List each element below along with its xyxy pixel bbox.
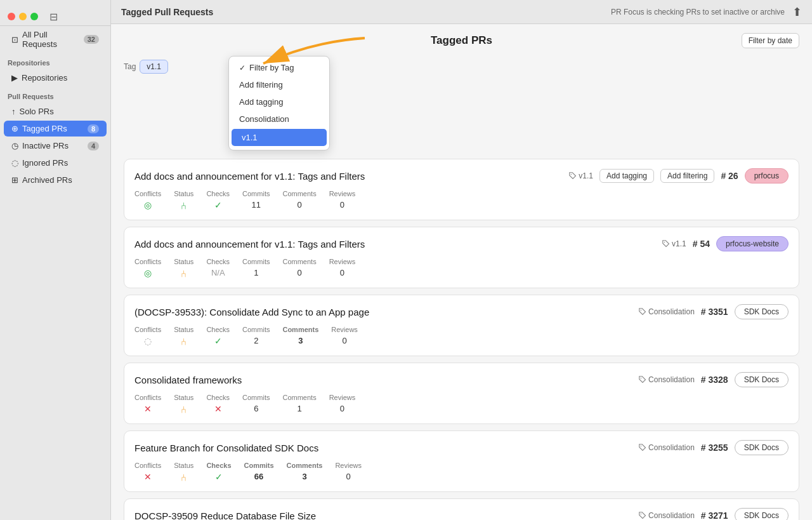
tagged-prs-badge: 8 xyxy=(88,124,99,133)
stat-conflicts-3: Conflicts ✕ xyxy=(134,394,161,414)
stat-commits-0: Commits 11 xyxy=(242,190,270,210)
commits-val-3: 6 xyxy=(254,404,258,413)
dropdown-item-consolidation[interactable]: Consolidation xyxy=(229,110,329,128)
archive-icon: ⊞ xyxy=(11,175,18,185)
pr-number-2: # 3351 xyxy=(701,307,728,317)
export-icon[interactable]: ⬆ xyxy=(792,5,802,19)
pr-meta-4: Consolidation # 3255 SDK Docs xyxy=(639,440,789,455)
checkmark-icon: ✓ xyxy=(239,63,246,72)
pr-card-5[interactable]: DOCSP-39509 Reduce Database File Size Co… xyxy=(124,498,799,520)
svg-point-1 xyxy=(571,174,572,175)
stat-conflicts-1: Conflicts ◎ xyxy=(134,258,161,278)
pr-card-header-3: Consolidated frameworks Consolidation # … xyxy=(134,372,789,387)
comments-val-3: 1 xyxy=(297,404,301,413)
tag-filter-button[interactable]: v1.1 xyxy=(140,60,168,74)
folder-icon: ▶ xyxy=(11,73,18,83)
repo-badge-3[interactable]: SDK Docs xyxy=(735,372,789,387)
pr-title-5: DOCSP-39509 Reduce Database File Size xyxy=(134,510,316,521)
pr-tag-2: Consolidation xyxy=(639,307,695,316)
sidebar-item-inactive-prs[interactable]: ◷ Inactive PRs 4 xyxy=(4,138,107,154)
status-icon-1: ⑃ xyxy=(181,268,187,279)
conflicts-icon-0: ◎ xyxy=(144,200,152,210)
tag-bar: Tag v1.1 xyxy=(124,55,799,76)
add-filtering-button-0[interactable]: Add filtering xyxy=(660,169,714,183)
pr-card-0[interactable]: Add docs and announcement for v1.1: Tags… xyxy=(124,159,799,220)
stat-conflicts-4: Conflicts ✕ xyxy=(134,462,161,482)
repositories-section-label: Repositories xyxy=(0,53,110,69)
repo-badge-0[interactable]: prfocus xyxy=(745,168,789,183)
commits-val-0: 11 xyxy=(252,200,261,210)
pr-meta-0: v1.1 Add tagging Add filtering # 26 prfo… xyxy=(569,168,789,183)
conflicts-icon-4: ✕ xyxy=(144,472,152,482)
svg-point-5 xyxy=(641,446,642,447)
main-window: Tagged Pull Requests PR Focus is checkin… xyxy=(111,0,812,520)
sidebar-item-repositories[interactable]: ▶ Repositories xyxy=(4,70,107,86)
stat-comments-1: Comments 0 xyxy=(282,258,316,277)
traffic-lights xyxy=(0,8,46,25)
dropdown-item-add-tagging[interactable]: Add tagging xyxy=(229,93,329,110)
pr-card-2[interactable]: (DOCSP-39533): Consolidate Add Sync to a… xyxy=(124,295,799,356)
pr-number-3: # 3328 xyxy=(701,375,728,385)
content-area: Tagged PRs Filter by date Tag v1.1 ✓ Fil… xyxy=(111,24,812,520)
stat-reviews-3: Reviews 0 xyxy=(329,394,356,413)
pr-stats-4: Conflicts ✕ Status ⑃ Checks ✓ Commits 66… xyxy=(134,462,789,483)
dropdown-menu: ✓ Filter by Tag Add filtering Add taggin… xyxy=(228,56,330,150)
sidebar-item-archived-prs[interactable]: ⊞ Archived PRs xyxy=(4,172,107,188)
stat-comments-3: Comments 1 xyxy=(282,394,316,413)
solo-prs-label: Solo PRs xyxy=(20,107,54,116)
dropdown-item-filter-by-tag[interactable]: ✓ Filter by Tag xyxy=(229,59,329,76)
pull-requests-section-label: Pull Requests xyxy=(0,86,110,103)
status-text: PR Focus is checking PRs to set inactive… xyxy=(611,8,785,17)
commits-val-4: 66 xyxy=(254,472,263,481)
status-icon-0: ⑃ xyxy=(181,200,187,211)
pr-card-header-5: DOCSP-39509 Reduce Database File Size Co… xyxy=(134,508,789,520)
maximize-button[interactable] xyxy=(30,13,38,20)
page-title: Tagged PRs xyxy=(349,34,574,47)
pr-number-1: # 54 xyxy=(693,239,710,249)
comments-val-0: 0 xyxy=(297,200,301,210)
pr-stats-3: Conflicts ✕ Status ⑃ Checks ✕ Commits 6 … xyxy=(134,394,789,415)
stat-status-0: Status ⑃ xyxy=(174,190,193,211)
repo-badge-2[interactable]: SDK Docs xyxy=(735,304,789,319)
titlebar: Tagged Pull Requests PR Focus is checkin… xyxy=(111,0,812,24)
repo-badge-4[interactable]: SDK Docs xyxy=(735,440,789,455)
conflicts-icon-2: ◌ xyxy=(144,336,152,346)
stat-conflicts-2: Conflicts ◌ xyxy=(134,326,161,346)
filter-by-date-button[interactable]: Filter by date xyxy=(742,33,799,48)
comments-val-4: 3 xyxy=(302,472,306,481)
sidebar-item-all-prs[interactable]: ⊡ All Pull Requests 32 xyxy=(4,27,107,52)
pr-card-4[interactable]: Feature Branch for Consolidated SDK Docs… xyxy=(124,430,799,492)
close-button[interactable] xyxy=(8,13,15,20)
stat-reviews-4: Reviews 0 xyxy=(335,462,362,481)
stat-status-3: Status ⑃ xyxy=(174,394,193,415)
status-icon-2: ⑃ xyxy=(181,336,187,347)
conflicts-icon-1: ◎ xyxy=(144,268,152,278)
pr-card-1[interactable]: Add docs and announcement for v1.1: Tags… xyxy=(124,227,799,288)
sidebar-toggle-button[interactable]: ⊟ xyxy=(46,11,62,23)
reviews-val-0: 0 xyxy=(340,200,344,210)
stat-checks-1: Checks N/A xyxy=(206,258,230,277)
conflicts-icon-3: ✕ xyxy=(144,404,152,414)
pr-title-1: Add docs and announcement for v1.1: Tags… xyxy=(134,239,365,250)
comments-val-1: 0 xyxy=(297,268,301,277)
sidebar-item-tagged-prs[interactable]: ⊕ Tagged PRs 8 xyxy=(4,121,107,137)
dropdown-item-add-filtering[interactable]: Add filtering xyxy=(229,76,329,93)
sidebar-item-ignored-prs[interactable]: ◌ Ignored PRs xyxy=(4,155,107,171)
pr-card-header-2: (DOCSP-39533): Consolidate Add Sync to a… xyxy=(134,304,789,319)
pr-card-3[interactable]: Consolidated frameworks Consolidation # … xyxy=(124,363,799,424)
repo-badge-1[interactable]: prfocus-website xyxy=(716,236,789,251)
repo-badge-5[interactable]: SDK Docs xyxy=(735,508,789,520)
add-tagging-button-0[interactable]: Add tagging xyxy=(599,169,654,183)
stat-commits-1: Commits 1 xyxy=(242,258,270,277)
stat-status-2: Status ⑃ xyxy=(174,326,193,347)
pr-title-4: Feature Branch for Consolidated SDK Docs xyxy=(134,443,318,453)
sidebar: ⊟ ⊡ All Pull Requests 32 Repositories ▶ … xyxy=(0,0,111,520)
pr-tag-0: v1.1 xyxy=(569,171,593,180)
minimize-button[interactable] xyxy=(19,13,27,20)
sidebar-item-solo-prs[interactable]: ↑ Solo PRs xyxy=(4,103,107,119)
dropdown-item-v1-1[interactable]: v1.1 xyxy=(232,129,327,146)
pr-tag-5: Consolidation xyxy=(639,511,695,520)
ignored-prs-label: Ignored PRs xyxy=(22,158,68,168)
reviews-val-4: 0 xyxy=(346,472,351,481)
stat-status-1: Status ⑃ xyxy=(174,258,193,279)
